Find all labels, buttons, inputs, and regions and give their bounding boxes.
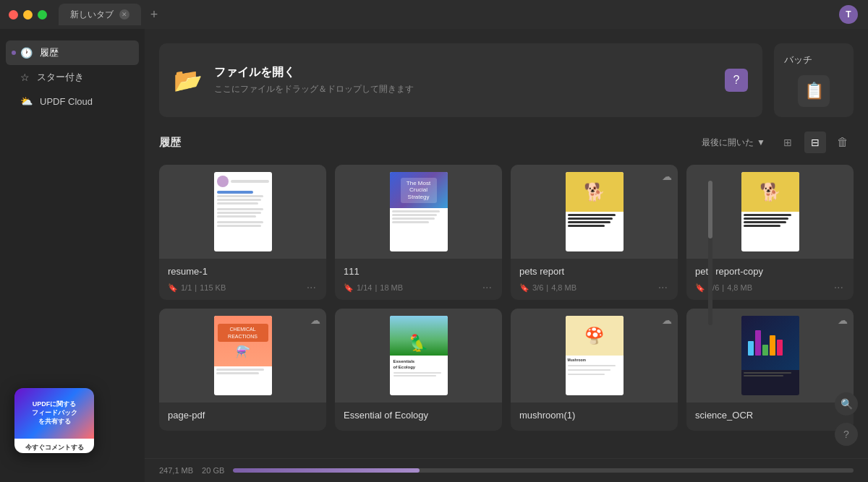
history-icon: 🕐	[20, 47, 33, 59]
separator: |	[546, 283, 548, 292]
feedback-cta-button[interactable]: 今すぐコメントする	[14, 439, 94, 453]
storage-used: 247,1 MB	[159, 466, 193, 475]
search-side-button[interactable]: 🔍	[835, 392, 858, 416]
file-open-title: ファイルを開く	[214, 65, 414, 80]
page-info: 1/14	[357, 283, 372, 292]
scrollbar-thumb[interactable]	[708, 181, 712, 238]
page-info: 1/1	[181, 283, 192, 292]
grid-large-view-btn[interactable]: ⊟	[804, 132, 826, 153]
file-card[interactable]: ☁ CHEMICAL REACTIONS ⚗️	[159, 309, 326, 431]
file-name: pets report	[519, 266, 669, 277]
traffic-lights	[9, 10, 47, 20]
cloud-icon: ☁	[662, 171, 672, 182]
file-meta: 🔖 1/6 | 4,8 MB ···	[695, 281, 845, 294]
file-info: pets report 🔖 3/6 | 4,8 MB ···	[511, 259, 678, 300]
folder-icon-wrap: 📂	[174, 66, 203, 95]
storage-bar: 247,1 MB 20 GB	[145, 458, 868, 482]
cloud-icon: ☁	[310, 314, 320, 326]
page-icon: 🔖	[695, 283, 705, 293]
file-thumbnail: ☁ 🐕	[511, 165, 678, 259]
file-meta-left: 🔖 1/14 | 18 MB	[344, 283, 403, 293]
storage-total: 20 GB	[202, 466, 224, 475]
file-open-panel[interactable]: 📂 ファイルを開く ここにファイルをドラッグ＆ドロップして開きます ?	[159, 43, 762, 117]
active-dot	[12, 51, 16, 55]
sidebar-item-starred[interactable]: ☆ スター付き	[6, 65, 139, 90]
more-button[interactable]: ···	[657, 281, 669, 294]
file-open-text: ファイルを開く ここにファイルをドラッグ＆ドロップして開きます	[214, 65, 414, 95]
history-section: 履歴 最後に開いた ▼ ⊞ ⊟ 🗑	[145, 117, 868, 458]
file-meta: 🔖 1/1 | 115 KB ···	[168, 281, 318, 294]
more-button[interactable]: ···	[833, 281, 845, 294]
file-meta-left: 🔖 1/6 | 4,8 MB	[695, 283, 752, 293]
sidebar-item-label-history: 履歴	[40, 46, 59, 59]
file-meta-left: 🔖 3/6 | 4,8 MB	[519, 283, 576, 293]
cloud-icon: ⛅	[20, 95, 33, 107]
batch-icon[interactable]: 📋	[798, 75, 830, 107]
history-controls: 最後に開いた ▼ ⊞ ⊟ 🗑	[696, 132, 854, 153]
scrollbar[interactable]	[708, 181, 712, 325]
file-card[interactable]: ☁	[686, 309, 854, 431]
history-header: 履歴 最後に開いた ▼ ⊞ ⊟ 🗑	[159, 132, 854, 153]
feedback-text: UPDFに関するフィードバックを共有する	[32, 400, 77, 426]
file-info: resume-1 🔖 1/1 | 115 KB ···	[159, 259, 326, 300]
file-card[interactable]: ☁ 🐕 pets report	[511, 165, 678, 300]
file-grid: resume-1 🔖 1/1 | 115 KB ···	[159, 165, 854, 431]
sort-arrow: ▼	[757, 137, 765, 147]
sort-dropdown[interactable]: 最後に開いた ▼	[696, 134, 771, 152]
file-meta: 🔖 1/14 | 18 MB ···	[344, 281, 493, 294]
search-icon: 🔍	[841, 398, 853, 410]
new-tab-button[interactable]: +	[144, 4, 164, 25]
separator: |	[195, 283, 197, 292]
file-open-button[interactable]: ?	[725, 69, 748, 92]
tab-close-button[interactable]: ✕	[119, 9, 129, 20]
delete-button[interactable]: 🗑	[832, 132, 854, 153]
grid-small-view-btn[interactable]: ⊞	[777, 132, 799, 153]
file-meta-left: 🔖 1/1 | 115 KB	[168, 283, 226, 293]
cloud-icon: ☁	[838, 314, 848, 326]
file-info: mushroom(1)	[511, 403, 678, 431]
file-thumbnail: ☁ 🍄 Mushroom	[511, 309, 678, 403]
page-icon: 🔖	[519, 283, 529, 293]
sidebar-item-label-starred: スター付き	[37, 71, 84, 84]
sidebar-item-history[interactable]: 🕐 履歴	[6, 40, 139, 65]
feedback-content: UPDFに関するフィードバックを共有する	[14, 388, 94, 439]
sidebar-item-label-cloud: UPDF Cloud	[40, 96, 93, 107]
file-size: 4,8 MB	[727, 283, 752, 292]
close-button[interactable]	[9, 10, 18, 20]
file-card[interactable]: The Most Crucial Strategy	[335, 165, 502, 300]
file-thumbnail: ☁ CHEMICAL REACTIONS ⚗️	[159, 309, 326, 403]
file-name: 111	[344, 266, 493, 277]
file-name: pets report-copy	[695, 266, 845, 277]
minimize-button[interactable]	[23, 10, 33, 20]
file-size: 18 MB	[380, 283, 403, 292]
history-title: 履歴	[159, 136, 181, 150]
file-open-subtitle: ここにファイルをドラッグ＆ドロップして開きます	[214, 83, 414, 95]
tab-label: 新しいタブ	[70, 9, 114, 21]
sidebar-item-cloud[interactable]: ⛅ UPDF Cloud	[6, 90, 139, 113]
avatar[interactable]: T	[839, 5, 858, 24]
folder-icon: 📂	[174, 66, 203, 94]
batch-title: バッチ	[784, 53, 812, 66]
file-name: mushroom(1)	[519, 410, 669, 421]
batch-panel: バッチ 📋	[774, 43, 854, 117]
file-card[interactable]: resume-1 🔖 1/1 | 115 KB ···	[159, 165, 326, 300]
file-name: Essential of Ecology	[344, 410, 493, 421]
more-button[interactable]: ···	[481, 281, 493, 294]
help-icon: ?	[843, 429, 849, 440]
feedback-cta-label: 今すぐコメントする	[25, 443, 84, 452]
file-meta: 🔖 3/6 | 4,8 MB ···	[519, 281, 669, 294]
file-name: science_OCR	[695, 410, 845, 421]
more-button[interactable]: ···	[305, 281, 318, 294]
fullscreen-button[interactable]	[38, 10, 47, 20]
help-side-button[interactable]: ?	[835, 423, 858, 446]
main-layout: 🕐 履歴 ☆ スター付き ⛅ UPDF Cloud 📂 ファイルを開く ここにフ…	[0, 29, 868, 482]
feedback-widget[interactable]: UPDFに関するフィードバックを共有する 今すぐコメントする	[14, 388, 94, 453]
file-size: 4,8 MB	[551, 283, 576, 292]
active-tab[interactable]: 新しいタブ ✕	[59, 4, 141, 25]
file-info: page-pdf	[159, 403, 326, 431]
cloud-icon: ☁	[662, 314, 672, 326]
storage-progress	[233, 468, 854, 473]
page-icon: 🔖	[168, 283, 178, 293]
file-card[interactable]: ☁ 🍄 Mushroom mushroom(1)	[511, 309, 678, 431]
file-card[interactable]: 🦜 Essentialsof Ecology Essential of Ecol	[335, 309, 502, 431]
